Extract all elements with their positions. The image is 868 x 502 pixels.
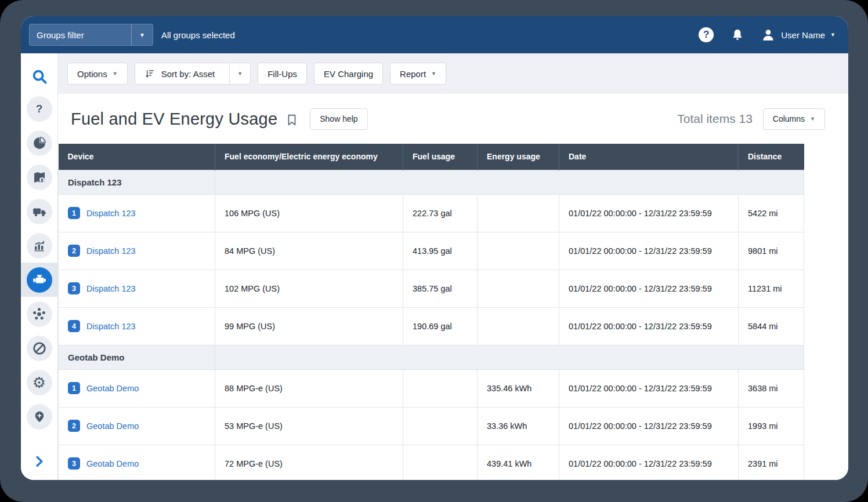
sidebar-item-add-ins[interactable] [21,399,58,434]
col-header-economy: Fuel economy/Electric energy economy [215,144,403,170]
energy-usage-cell: 33.36 kWh [478,407,559,445]
groups-filter-select[interactable]: Groups filter ▼ [29,24,153,46]
table-row: 2Dispatch 123 84 MPG (US) 413.95 gal 01/… [59,232,804,270]
truck-icon [32,204,47,219]
zones-nodes-icon [32,307,46,321]
group-header-row: Geotab Demo [59,345,804,369]
device-link[interactable]: Geotab Demo [86,384,139,393]
group-header-row: Dispatch 123 [59,170,804,194]
window-frame: Groups filter ▼ All groups selected ? Us… [0,0,868,502]
groups-status-text: All groups selected [161,30,235,40]
row-index-badge: 3 [68,282,80,294]
device-link[interactable]: Geotab Demo [86,421,139,431]
bookmark-icon[interactable] [285,113,298,127]
user-menu[interactable]: User Name ▼ [761,27,836,42]
chevron-right-icon [32,454,46,468]
sidebar-item-map[interactable] [21,160,58,194]
col-header-device: Device [59,144,215,170]
distance-cell: 5422 mi [739,194,804,232]
map-icon [32,170,46,184]
user-name: User Name [781,30,825,40]
device-link[interactable]: Geotab Demo [86,459,139,468]
date-cell: 01/01/22 00:00:00 - 12/31/22 23:59:59 [559,194,739,232]
distance-cell: 2391 mi [739,445,804,480]
economy-cell: 84 MPG (US) [215,232,403,270]
economy-cell: 72 MPG-e (US) [215,445,403,480]
chevron-down-icon: ▼ [830,32,836,38]
chevron-down-icon[interactable]: ▼ [131,24,153,45]
help-icon[interactable]: ? [698,27,714,43]
options-button[interactable]: Options ▼ [67,63,128,85]
table-header-row: Device Fuel economy/Electric energy econ… [59,144,804,170]
fuel-usage-cell: 222.73 gal [403,194,478,232]
distance-cell: 11231 mi [739,270,804,307]
col-header-date: Date [559,144,739,170]
fuel-usage-cell [403,445,478,480]
device-link[interactable]: Dispatch 123 [86,246,136,256]
sidebar-item-productivity[interactable] [21,126,58,160]
sidebar: ? [21,53,58,480]
distance-cell: 9801 mi [739,232,804,270]
col-header-fuel-usage: Fuel usage [403,144,478,170]
sidebar-expand-button[interactable] [21,449,58,474]
device-link[interactable]: Dispatch 123 [86,322,136,331]
report-toolbar: Options ▼ Sort by: Asset ▼ [58,53,848,94]
col-header-distance: Distance [739,144,804,170]
sidebar-item-rules[interactable] [21,331,58,365]
row-index-badge: 1 [68,207,80,219]
date-cell: 01/01/22 00:00:00 - 12/31/22 23:59:59 [559,407,739,445]
show-help-button[interactable]: Show help [310,108,367,130]
row-index-badge: 2 [68,245,80,257]
table-row: 2Geotab Demo 53 MPG-e (US) 33.36 kWh 01/… [59,407,804,445]
sidebar-item-vehicles[interactable] [21,194,58,228]
ev-charging-button[interactable]: EV Charging [314,63,383,85]
fuel-usage-cell [403,407,478,445]
pie-chart-icon [32,136,46,150]
report-button[interactable]: Report ▼ [390,63,446,85]
sort-dropdown-caret[interactable]: ▼ [229,63,250,84]
energy-usage-cell: 335.46 kWh [478,369,559,407]
energy-usage-cell [478,307,559,345]
fill-ups-button[interactable]: Fill-Ups [258,63,307,85]
groups-filter-label: Groups filter [30,24,131,45]
row-index-badge: 1 [68,382,80,394]
energy-usage-cell [478,194,559,232]
table-row: 3Dispatch 123 102 MPG (US) 385.75 gal 01… [59,270,804,307]
table-row: 1Geotab Demo 88 MPG-e (US) 335.46 kWh 01… [59,369,804,407]
economy-cell: 88 MPG-e (US) [215,369,403,407]
group-name: Dispatch 123 [59,170,215,194]
sort-icon [144,68,155,79]
search-icon [31,68,48,85]
economy-cell: 106 MPG (US) [215,194,403,232]
energy-usage-cell: 439.41 kWh [478,445,559,480]
top-bar: Groups filter ▼ All groups selected ? Us… [21,16,848,53]
distance-cell: 5844 mi [739,307,804,345]
economy-cell: 53 MPG-e (US) [215,407,403,445]
sidebar-item-zones[interactable] [21,297,58,331]
group-name: Geotab Demo [59,345,215,369]
fuel-usage-cell: 190.69 gal [403,307,478,345]
table-row: 4Dispatch 123 99 MPG (US) 190.69 gal 01/… [59,307,804,345]
sidebar-item-settings[interactable]: ⚙ [21,365,58,399]
device-link[interactable]: Dispatch 123 [86,284,136,293]
notifications-bell-icon[interactable] [729,27,746,43]
date-cell: 01/01/22 00:00:00 - 12/31/22 23:59:59 [559,445,739,480]
economy-cell: 102 MPG (US) [215,270,403,307]
location-pin-icon [33,410,46,423]
sidebar-item-activity[interactable] [21,228,58,263]
no-entry-icon [32,341,47,356]
row-index-badge: 4 [68,320,80,332]
energy-usage-cell [478,270,559,307]
date-cell: 01/01/22 00:00:00 - 12/31/22 23:59:59 [559,232,739,270]
device-link[interactable]: Dispatch 123 [86,209,136,218]
sidebar-item-engine-maintenance[interactable] [21,263,58,297]
engine-icon [32,272,47,288]
sort-by-button[interactable]: Sort by: Asset ▼ [135,63,251,85]
columns-button[interactable]: Columns ▼ [763,108,825,130]
app-window: Groups filter ▼ All groups selected ? Us… [21,16,848,480]
fuel-ev-usage-table: Device Fuel economy/Electric energy econ… [58,144,804,480]
date-cell: 01/01/22 00:00:00 - 12/31/22 23:59:59 [559,369,739,407]
page-title: Fuel and EV Energy Usage [71,110,277,129]
sidebar-item-search[interactable] [21,61,58,92]
sidebar-item-help[interactable]: ? [21,92,58,126]
